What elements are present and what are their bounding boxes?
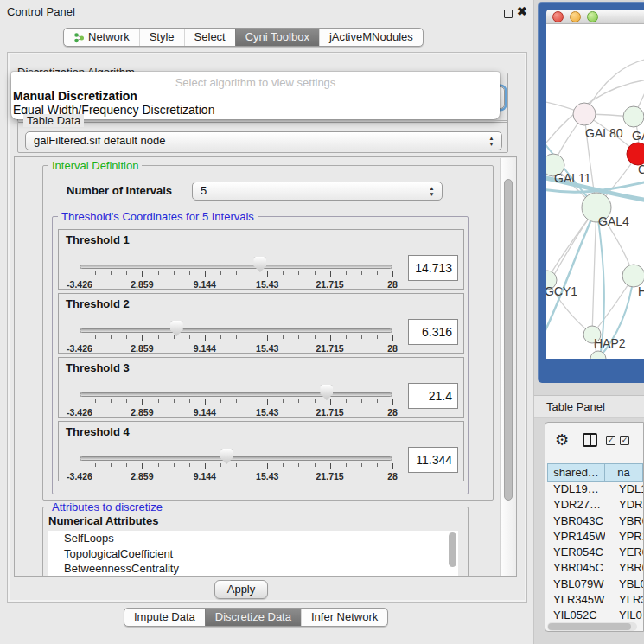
table-row[interactable]: YER054CYER0 xyxy=(547,545,643,561)
slider-track[interactable] xyxy=(80,456,392,461)
tick-label: -3.426 xyxy=(67,407,92,418)
tick-mark xyxy=(126,463,127,467)
table-cell: YPR1 xyxy=(605,530,643,545)
table-column-header[interactable]: shared… xyxy=(547,463,605,482)
minimize-traffic-light-icon[interactable] xyxy=(570,11,581,22)
tick-mark xyxy=(158,335,159,339)
gear-icon[interactable]: ⚙ xyxy=(555,432,569,448)
tick-mark xyxy=(252,463,252,467)
tab-style[interactable]: Style xyxy=(139,29,184,46)
table-data-combo[interactable]: galFiltered.sif default node ▲▼ xyxy=(25,131,502,150)
number-of-intervals-label: Number of Intervals xyxy=(67,184,172,197)
float-window-icon[interactable] xyxy=(504,10,513,18)
combo-stepper-icon[interactable]: ▲▼ xyxy=(488,135,495,147)
table-row[interactable]: YLR345WYLR3 xyxy=(547,593,643,609)
attribute-list-item[interactable]: BetweennessCentrality xyxy=(48,561,458,576)
tick-mark xyxy=(315,335,316,339)
tab-jactivemnodules[interactable]: jActiveMNodules xyxy=(319,29,423,46)
tab-discretize-data[interactable]: Discretize Data xyxy=(205,609,301,626)
tick-mark xyxy=(158,271,159,275)
tick-mark xyxy=(80,335,80,341)
tick-mark xyxy=(111,399,112,403)
table-row[interactable]: YBR043CYBR0 xyxy=(547,514,643,530)
split-columns-icon[interactable] xyxy=(583,433,597,447)
tab-label: Select xyxy=(194,29,226,46)
checked-box-icon[interactable]: ✓ xyxy=(606,436,615,445)
list-scrollbar[interactable] xyxy=(449,532,456,567)
threshold-slider[interactable]: -3.4262.8599.14415.4321.71528 xyxy=(59,358,405,418)
threshold-slider[interactable]: -3.4262.8599.14415.4321.71528 xyxy=(59,294,405,354)
tick-mark xyxy=(330,399,331,405)
tick-label: 2.859 xyxy=(131,471,153,481)
network-window-titlebar[interactable] xyxy=(546,10,644,24)
tab-label: Style xyxy=(150,29,175,46)
network-node[interactable] xyxy=(623,106,644,127)
table-toolbar: ⚙ ✓ ✓ xyxy=(545,423,643,459)
network-icon xyxy=(73,32,85,43)
table-row[interactable]: YIL052CYIL0 xyxy=(547,609,643,622)
close-icon[interactable]: ✖ xyxy=(517,4,527,18)
table-cell: YBL0 xyxy=(605,577,643,593)
threshold-value-field[interactable]: 14.713 xyxy=(408,255,458,281)
tab-select[interactable]: Select xyxy=(184,29,235,46)
tick-mark xyxy=(330,463,331,469)
attribute-list-item[interactable]: TopologicalCoefficient xyxy=(48,546,458,562)
settings-scrollbar-track[interactable] xyxy=(500,158,517,577)
tab-impute-data[interactable]: Impute Data xyxy=(124,609,205,626)
zoom-traffic-light-icon[interactable] xyxy=(587,11,598,22)
tick-mark xyxy=(361,335,362,339)
table-cell: YIL0 xyxy=(605,609,643,622)
algorithm-option[interactable]: Manual Discretization xyxy=(11,89,500,103)
slider-thumb[interactable] xyxy=(220,449,233,464)
tab-cyni-toolbox[interactable]: Cyni Toolbox xyxy=(235,29,319,46)
tick-mark xyxy=(346,271,347,275)
tick-label: 2.859 xyxy=(131,279,153,290)
slider-track[interactable] xyxy=(80,392,392,397)
slider-track[interactable] xyxy=(80,265,392,269)
network-view-window[interactable]: GAL80GACGAL11GAL4GCY1HHAP2 xyxy=(538,2,644,383)
threshold-slider[interactable]: -3.4262.8599.14415.4321.71528 xyxy=(59,230,405,290)
tick-mark xyxy=(346,399,347,403)
slider-thumb[interactable] xyxy=(253,257,266,272)
table-panel-bar: Table Panel xyxy=(534,395,644,418)
table-row[interactable]: YBL079WYBL0 xyxy=(547,577,643,593)
apply-button[interactable]: Apply xyxy=(214,580,268,599)
table-row[interactable]: YPR145WYPR1 xyxy=(547,530,643,545)
slider-thumb[interactable] xyxy=(320,385,333,400)
table-hscrollbar-thumb[interactable] xyxy=(548,623,631,630)
tab-network[interactable]: Network xyxy=(64,29,139,46)
slider-track[interactable] xyxy=(80,328,392,333)
tick-mark xyxy=(142,399,143,405)
close-traffic-light-icon[interactable] xyxy=(552,11,564,22)
tick-label: 9.144 xyxy=(194,407,216,418)
tab-infer-network[interactable]: Infer Network xyxy=(301,609,387,626)
algorithm-option[interactable]: Equal Width/Frequency Discretization xyxy=(11,103,500,117)
tick-mark xyxy=(346,335,347,339)
table-column-header[interactable]: na xyxy=(605,463,643,482)
threshold-value-field[interactable]: 21.4 xyxy=(408,383,458,409)
table-row[interactable]: YDR27…YDR2 xyxy=(547,498,643,513)
table-row[interactable]: YBR045CYBR0 xyxy=(547,561,643,577)
tick-label: 21.715 xyxy=(316,407,344,418)
algorithm-dropdown-popup: Select algorithm to view settings Manual… xyxy=(11,72,500,119)
network-node-label: H xyxy=(638,284,644,298)
combo-stepper-icon[interactable]: ▲▼ xyxy=(428,185,436,197)
tick-mark xyxy=(252,399,252,403)
slider-thumb[interactable] xyxy=(170,321,183,336)
tick-mark xyxy=(158,463,159,467)
numerical-attributes-list: SelfLoopsTopologicalCoefficientBetweenne… xyxy=(48,531,458,576)
threshold-slider[interactable]: -3.4262.8599.14415.4321.71528 xyxy=(59,422,405,482)
checked-box-icon[interactable]: ✓ xyxy=(620,436,629,445)
number-of-intervals-combo[interactable]: 5 ▲▼ xyxy=(192,182,443,201)
network-node[interactable] xyxy=(573,103,596,125)
threshold-value-field[interactable]: 6.316 xyxy=(408,319,458,345)
network-canvas[interactable]: GAL80GACGAL11GAL4GCY1HHAP2 xyxy=(546,24,644,359)
tick-mark xyxy=(111,463,112,467)
table-row[interactable]: YDL19…YDL1 xyxy=(547,482,643,498)
attribute-list-item[interactable]: SelfLoops xyxy=(48,531,458,546)
tick-mark xyxy=(236,463,237,467)
table-cell: YER054C xyxy=(547,545,605,561)
threshold-value-field[interactable]: 11.344 xyxy=(408,447,458,473)
table-hscrollbar-track[interactable] xyxy=(547,622,637,631)
settings-scrollbar-thumb[interactable] xyxy=(504,179,513,501)
